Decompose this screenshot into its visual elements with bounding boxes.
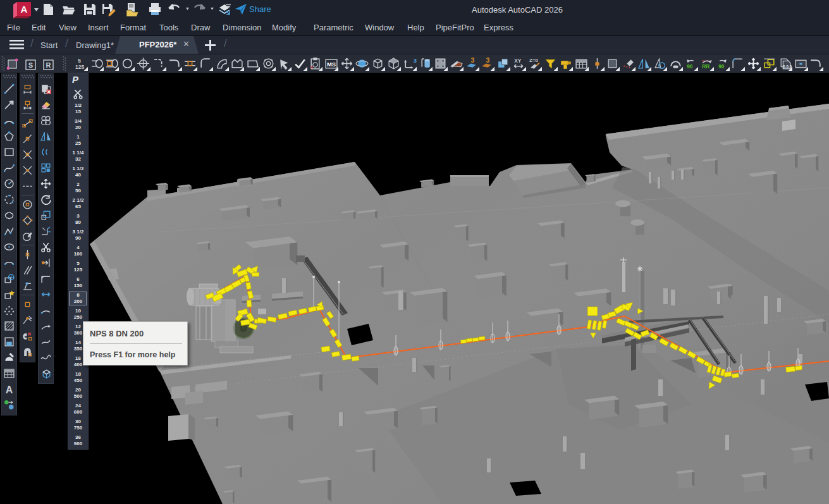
svg-text:A: A (21, 4, 28, 15)
svg-text:XY: XY (514, 58, 522, 64)
svg-text:90: 90 (718, 63, 725, 70)
svg-text:3: 3 (470, 57, 474, 64)
svg-text:125: 125 (75, 64, 84, 70)
svg-text:S: S (28, 61, 33, 69)
svg-text:A: A (6, 384, 13, 395)
svg-text:P: P (752, 61, 755, 67)
svg-text:0.0.0: 0.0.0 (783, 65, 792, 69)
svg-text:Z=0: Z=0 (529, 58, 538, 63)
svg-text:3: 3 (486, 57, 489, 64)
svg-text:RR: RR (702, 63, 709, 70)
svg-text:90: 90 (687, 63, 693, 70)
svg-text:MS: MS (327, 61, 336, 68)
svg-text:3: 3 (414, 57, 417, 64)
svg-text:R: R (46, 61, 51, 69)
